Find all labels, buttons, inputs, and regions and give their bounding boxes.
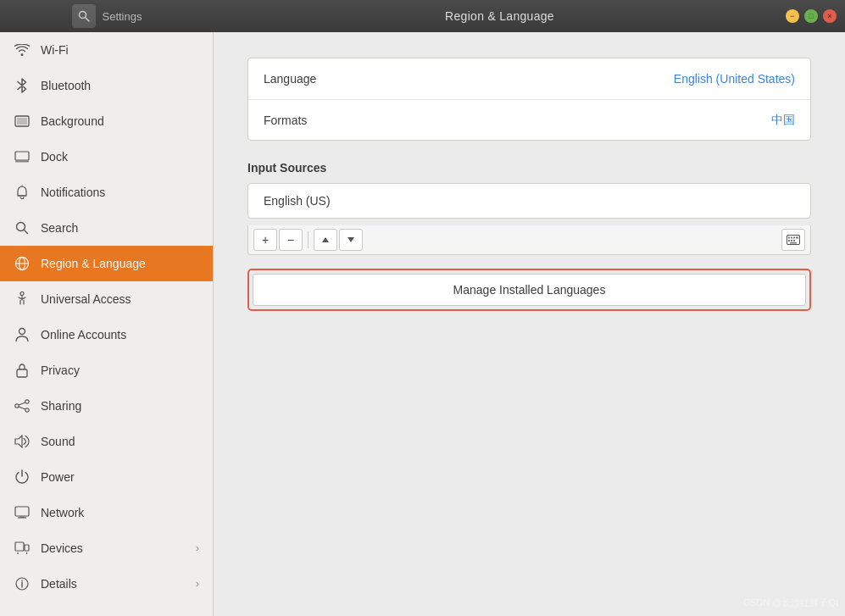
details-icon — [14, 575, 31, 592]
svg-point-0 — [79, 12, 86, 19]
sidebar-item-sharing-label: Sharing — [41, 399, 199, 413]
svg-point-29 — [21, 580, 23, 581]
input-sources-card: English (US) — [247, 183, 811, 219]
sidebar-item-wifi[interactable]: Wi-Fi — [0, 32, 213, 68]
add-input-source-button[interactable]: + — [253, 229, 277, 251]
manage-languages-wrapper: Manage Installed Languages — [247, 269, 811, 311]
titlebar: Settings Region & Language − □ × — [0, 0, 845, 32]
sidebar-item-notifications[interactable]: Notifications — [0, 175, 213, 210]
toolbar-separator — [308, 231, 309, 248]
svg-point-14 — [25, 400, 29, 403]
sidebar-item-privacy[interactable]: Privacy — [0, 352, 213, 388]
svg-rect-20 — [15, 507, 29, 516]
sidebar-item-universal-access-label: Universal Access — [41, 292, 199, 306]
power-icon — [14, 469, 31, 486]
svg-rect-24 — [25, 545, 29, 551]
titlebar-search-button[interactable] — [72, 4, 96, 28]
main-layout: Wi-Fi Bluetooth Background — [0, 32, 845, 616]
devices-chevron-icon: › — [196, 542, 199, 554]
svg-line-1 — [86, 18, 89, 21]
sidebar-item-background[interactable]: Background — [0, 103, 213, 139]
sidebar-item-power-label: Power — [41, 470, 199, 484]
window-title: Region & Language — [214, 9, 786, 23]
svg-point-12 — [19, 329, 25, 335]
sidebar-item-search-label: Search — [41, 221, 199, 235]
sidebar-item-network-label: Network — [41, 506, 199, 519]
svg-rect-35 — [788, 240, 790, 241]
notifications-icon — [14, 184, 31, 201]
input-source-item[interactable]: English (US) — [248, 184, 810, 218]
svg-rect-13 — [17, 369, 27, 377]
formats-value[interactable]: 中国 — [771, 113, 795, 128]
svg-line-7 — [25, 230, 28, 234]
details-chevron-icon: › — [196, 578, 199, 590]
sidebar-item-dock-label: Dock — [41, 150, 199, 164]
move-down-button[interactable] — [339, 229, 363, 251]
svg-rect-4 — [15, 152, 29, 160]
sidebar-item-network[interactable]: Network — [0, 495, 213, 530]
sidebar-item-bluetooth[interactable]: Bluetooth — [0, 68, 213, 103]
sound-icon — [14, 433, 31, 450]
network-icon — [14, 504, 31, 521]
formats-row: Formats 中国 — [248, 99, 810, 140]
sidebar-item-devices[interactable]: Devices › — [0, 530, 213, 566]
background-icon — [14, 113, 31, 130]
sidebar-item-region-language-label: Region & Language — [41, 257, 199, 270]
sidebar-item-online-accounts[interactable]: Online Accounts — [0, 317, 213, 352]
language-value[interactable]: English (United States) — [674, 72, 795, 86]
titlebar-search-area: Settings — [0, 0, 214, 32]
svg-rect-5 — [15, 160, 29, 163]
sidebar-item-devices-label: Devices — [41, 541, 186, 555]
svg-rect-33 — [793, 237, 795, 239]
sidebar-item-sharing[interactable]: Sharing — [0, 388, 213, 424]
sharing-icon — [14, 397, 31, 414]
input-sources-title: Input Sources — [247, 161, 811, 175]
window-controls: − □ × — [786, 9, 845, 23]
sidebar-item-details-label: Details — [41, 577, 186, 591]
sidebar-item-search[interactable]: Search — [0, 210, 213, 246]
formats-label: Formats — [264, 114, 771, 127]
sidebar-item-privacy-label: Privacy — [41, 363, 199, 377]
sidebar-item-bluetooth-label: Bluetooth — [41, 79, 199, 92]
content-area: Language English (United States) Formats… — [214, 32, 845, 616]
language-row: Language English (United States) — [248, 58, 810, 99]
sidebar-item-details[interactable]: Details › — [0, 566, 213, 602]
universal-access-icon — [14, 291, 31, 308]
sidebar-item-sound[interactable]: Sound — [0, 424, 213, 459]
sidebar-item-online-accounts-label: Online Accounts — [41, 328, 199, 341]
svg-rect-37 — [793, 240, 795, 241]
online-accounts-icon — [14, 326, 31, 343]
input-sources-toolbar: + − — [247, 225, 811, 255]
search-icon — [14, 219, 31, 236]
sidebar-item-dock[interactable]: Dock — [0, 139, 213, 175]
sidebar-item-wifi-label: Wi-Fi — [41, 43, 199, 57]
language-label: Language — [264, 72, 674, 86]
language-formats-card: Language English (United States) Formats… — [247, 58, 811, 141]
privacy-icon — [14, 362, 31, 379]
sidebar-item-region-language[interactable]: Region & Language — [0, 246, 213, 281]
sidebar-item-power[interactable]: Power — [0, 459, 213, 495]
sidebar-item-background-label: Background — [41, 114, 199, 128]
keyboard-settings-button[interactable] — [781, 229, 805, 251]
svg-point-16 — [25, 408, 29, 412]
svg-rect-23 — [15, 542, 24, 551]
svg-marker-19 — [15, 436, 22, 447]
svg-rect-3 — [17, 118, 27, 125]
svg-point-15 — [15, 404, 19, 408]
svg-line-18 — [19, 407, 25, 409]
maximize-button[interactable]: □ — [804, 9, 818, 23]
svg-rect-32 — [791, 237, 792, 239]
close-button[interactable]: × — [823, 9, 837, 23]
svg-point-11 — [20, 292, 24, 296]
svg-line-17 — [19, 402, 25, 405]
remove-input-source-button[interactable]: − — [279, 229, 303, 251]
svg-rect-31 — [788, 237, 790, 239]
svg-rect-38 — [790, 242, 797, 244]
move-up-button[interactable] — [314, 229, 337, 251]
manage-languages-button[interactable]: Manage Installed Languages — [253, 274, 806, 306]
sidebar-item-universal-access[interactable]: Universal Access — [0, 281, 213, 317]
minimize-button[interactable]: − — [786, 9, 799, 23]
dock-icon — [14, 148, 31, 165]
bluetooth-icon — [14, 77, 31, 94]
region-language-icon — [14, 255, 31, 272]
